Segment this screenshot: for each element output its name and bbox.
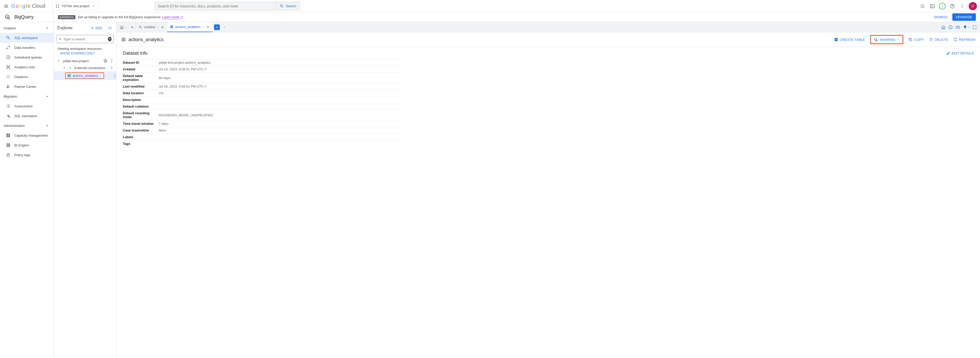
trash-icon xyxy=(929,37,933,42)
svg-rect-50 xyxy=(956,26,959,28)
collapse-left-icon xyxy=(108,26,112,30)
info-key: Case insensitive xyxy=(123,127,159,134)
detail-header: actions_analytics CREATE TABLE SHARING C… xyxy=(117,32,980,47)
cloud-shell-icon[interactable] xyxy=(929,3,935,9)
info-value: ROUNDING_MODE_UNSPECIFIED xyxy=(159,110,400,120)
nav-item-bi-engine[interactable]: BI Engine xyxy=(0,140,54,150)
nav-item-policy-tags[interactable]: Policy tags xyxy=(0,150,54,160)
explorer-search: ? xyxy=(56,35,114,43)
info-key: Default table expiration xyxy=(123,73,159,83)
svg-point-34 xyxy=(111,69,112,69)
tree-project-row[interactable]: ydtak-test-project xyxy=(54,57,116,64)
nav-item-analytics-hub[interactable]: Analytics Hub xyxy=(0,62,54,72)
hamburger-menu-icon[interactable] xyxy=(3,3,9,9)
nav-item-data-transfers[interactable]: Data transfers xyxy=(0,43,54,53)
svg-point-47 xyxy=(171,27,172,27)
table-row: CreatedJul 24, 2023, 4:56:51 PM UTC-7 xyxy=(123,66,400,73)
more-vert-icon[interactable] xyxy=(959,3,965,9)
info-value: US xyxy=(159,90,400,97)
action-label: COPY xyxy=(914,38,924,42)
edit-label: EDIT DETAILS xyxy=(952,51,974,55)
notifications-badge[interactable]: 1 xyxy=(939,3,946,10)
project-selector[interactable]: YDTAK test project xyxy=(52,2,99,10)
explorer-panel: Explorer ADD ? Viewing workspace resourc… xyxy=(54,22,117,358)
table-row: Labels xyxy=(123,134,400,141)
explorer-header: Explorer ADD xyxy=(54,22,116,34)
nav-section-label: Migration xyxy=(3,94,17,98)
nav-section-analysis[interactable]: Analysis xyxy=(0,23,54,33)
table-row: Last modifiedJul 24, 2023, 4:56:51 PM UT… xyxy=(123,83,400,90)
dismiss-button[interactable]: DISMISS xyxy=(931,14,950,21)
topbar-right: 1 D xyxy=(920,2,977,10)
collapse-panel-button[interactable] xyxy=(106,25,114,31)
sharing-button[interactable]: SHARING xyxy=(873,37,900,42)
dataset-icon xyxy=(121,37,126,42)
nav-item-scheduled-queries[interactable]: Scheduled queries xyxy=(0,53,54,62)
delete-button[interactable]: DELETE xyxy=(929,37,948,42)
add-button[interactable]: ADD xyxy=(89,25,104,31)
upgrade-button[interactable]: UPGRADE xyxy=(952,13,976,21)
tree-label: actions_analytics xyxy=(73,74,98,78)
more-vert-icon[interactable] xyxy=(109,59,115,63)
nav-item-sql-workspace[interactable]: SQL workspace xyxy=(0,33,54,43)
nav-item-sql-translation[interactable]: SQL translation xyxy=(0,111,54,121)
logo-cloud-text: Cloud xyxy=(32,3,45,9)
nav-section-administration[interactable]: Administration xyxy=(0,121,54,131)
keyboard-icon[interactable] xyxy=(955,25,961,29)
svg-point-12 xyxy=(924,7,924,8)
fullscreen-icon[interactable] xyxy=(972,25,977,30)
learn-more-link[interactable]: Learn more xyxy=(162,15,183,19)
tree-project-label: ydtak-test-project xyxy=(63,59,89,63)
search-icon xyxy=(59,37,62,41)
info-key: Data location xyxy=(123,90,159,97)
tab-untitled[interactable]: Untitled xyxy=(136,22,167,32)
tab-actions-analytics[interactable]: actions_analytics xyxy=(167,22,213,32)
table-row: Default table expiration60 days xyxy=(123,73,400,83)
section-title: Dataset info xyxy=(123,51,148,56)
tree-label: External connections xyxy=(74,66,105,70)
close-icon[interactable] xyxy=(206,25,210,29)
user-avatar[interactable]: D xyxy=(969,2,977,10)
nav-item-dataform[interactable]: Dataform xyxy=(0,72,54,82)
nav-item-assessment[interactable]: Assessment xyxy=(0,101,54,111)
svg-rect-51 xyxy=(122,38,125,41)
search-input[interactable] xyxy=(154,4,276,8)
close-icon[interactable] xyxy=(130,26,134,29)
tree-external-connections[interactable]: External connections xyxy=(54,64,116,71)
nav-section-label: Analysis xyxy=(3,26,16,30)
svg-point-24 xyxy=(9,68,10,69)
show-starred-link[interactable]: SHOW STARRED ONLY xyxy=(54,51,116,57)
tab-home[interactable] xyxy=(118,22,136,32)
star-icon[interactable] xyxy=(103,59,108,63)
new-tab xyxy=(213,24,221,30)
nav-item-partner-center[interactable]: Partner Center xyxy=(0,82,54,91)
google-cloud-logo[interactable]: Google Cloud xyxy=(11,3,45,9)
copy-button[interactable]: COPY xyxy=(908,37,924,42)
help-icon[interactable]: ? xyxy=(108,37,111,42)
tree-dataset-actions-analytics[interactable]: actions_analytics xyxy=(54,71,116,80)
edit-details-button[interactable]: EDIT DETAILS xyxy=(946,51,974,56)
home-outline-icon[interactable] xyxy=(941,25,946,30)
pencil-icon xyxy=(946,51,950,56)
lightbulb-icon[interactable] xyxy=(963,25,970,29)
chevron-down-icon xyxy=(126,26,128,29)
nav-label: BI Engine xyxy=(14,143,29,147)
svg-point-23 xyxy=(6,68,7,69)
nav-item-capacity-management[interactable]: Capacity management xyxy=(0,131,54,140)
help-icon[interactable] xyxy=(949,3,955,9)
main: Analysis SQL workspace Data transfers Sc… xyxy=(0,22,980,358)
close-icon[interactable] xyxy=(161,26,164,29)
new-tab-button[interactable] xyxy=(214,24,220,30)
chevron-down-icon[interactable] xyxy=(223,26,226,29)
svg-point-6 xyxy=(924,4,924,5)
detail-actions: CREATE TABLE SHARING COPY DELETE xyxy=(834,35,975,44)
search-button[interactable]: Search xyxy=(276,2,300,10)
search-icon xyxy=(280,4,284,8)
nav-section-migration[interactable]: Migration xyxy=(0,91,54,101)
create-table-button[interactable]: CREATE TABLE xyxy=(834,37,865,42)
refresh-button[interactable]: REFRESH xyxy=(953,37,975,42)
explorer-search-input[interactable] xyxy=(63,37,107,41)
apps-icon[interactable] xyxy=(920,3,926,9)
more-vert-icon[interactable] xyxy=(109,66,115,70)
info-icon[interactable] xyxy=(948,25,953,30)
